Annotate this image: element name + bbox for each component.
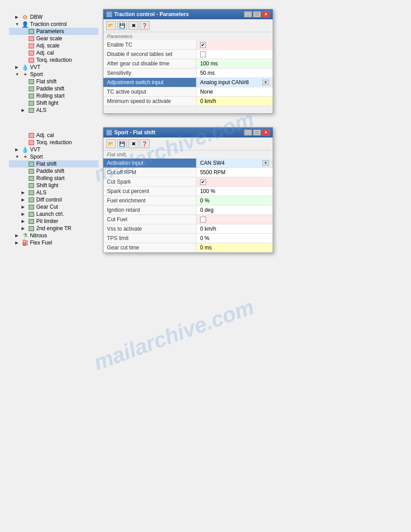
tree-item-sport[interactable]: ▼ ✦ Sport (9, 71, 98, 78)
tree-item-gear-cut[interactable]: ▶ Gear Cut (9, 203, 98, 210)
tree-item-flat-shift2[interactable]: Flat shift (9, 160, 98, 167)
param-value-activation-input[interactable]: CAN SW4 ▼ (197, 159, 273, 167)
param-label-disable-second: Disable if second tables set (103, 50, 197, 59)
tree-item-traction-control[interactable]: ▼ 👤 Traction control (9, 21, 98, 28)
tree-arrow-ps2 (21, 169, 28, 173)
param-value-cut-spark[interactable]: ✔ (197, 177, 273, 186)
doc-green-icon-ps (28, 86, 35, 92)
dialog-2-titlebar: Sport - Flat shift _ □ ✕ (103, 128, 273, 137)
tree-item-sport2[interactable]: ▼ ✦ Sport (9, 153, 98, 160)
tree-item-adj-cal2[interactable]: Adj. cal (9, 132, 98, 139)
dialog-2-close-btn[interactable]: ✕ (262, 129, 270, 136)
param-value-cut-fuel[interactable] (197, 215, 273, 224)
checkbox-disable-second[interactable] (200, 51, 206, 57)
param-value-disable-second[interactable] (197, 50, 273, 59)
tree-item-torq-reduction2[interactable]: Torq. reduction (9, 139, 98, 146)
toolbar-save-btn-2[interactable]: 💾 (117, 139, 127, 148)
param-label-adj-switch: Adjustment switch input (103, 78, 197, 87)
checkbox-cut-spark[interactable]: ✔ (200, 179, 206, 185)
doc-green-icon-sl (28, 100, 35, 106)
dialog-2-minimize-btn[interactable]: _ (244, 129, 252, 136)
dialog-1-title-left: Traction control - Parameters (106, 11, 189, 17)
param-row-disable-second: Disable if second tables set (103, 50, 273, 59)
tree-label-adj-cal2: Adj. cal (36, 132, 54, 138)
tree-item-rolling-start[interactable]: Rolling start (9, 92, 98, 99)
tree-item-paddle-shift2[interactable]: Paddle shift (9, 167, 98, 175)
tree-item-adj-cal[interactable]: Adj. cal (9, 49, 98, 56)
adj-switch-dropdown[interactable]: Analog input CAN#8 ▼ (200, 79, 269, 86)
tree-label-adj-cal: Adj. cal (36, 50, 54, 56)
tree-arrow-sport2: ▼ (15, 154, 21, 159)
tree-item-adj-scale[interactable]: Adj. scale (9, 42, 98, 49)
toolbar-open-btn-1[interactable]: 📂 (106, 21, 116, 30)
tree-item-shift-light[interactable]: Shift light (9, 99, 98, 107)
checkbox-cut-fuel[interactable] (200, 217, 206, 223)
doc-green-icon-gc (28, 204, 35, 210)
param-value-cut-off-rpm: 5500 RPM (197, 168, 273, 177)
tree-item-torq-reduction[interactable]: Torq. reduction (9, 56, 98, 64)
tree-item-dbw[interactable]: ▶ ⚙ DBW (9, 13, 98, 21)
tree-item-nitrous[interactable]: ▶ ⚗ Nitrous (9, 232, 98, 239)
param-value-sensitivity: 50 ms (197, 69, 273, 77)
toolbar-close-btn-1[interactable]: ✖ (128, 21, 138, 30)
sport-icon: ✦ (21, 71, 29, 77)
tree-item-gear-scale[interactable]: Gear scale (9, 35, 98, 42)
tree-arrow-lc: ▶ (21, 212, 28, 216)
tree-item-shift-light2[interactable]: Shift light (9, 182, 98, 189)
dialog-2-maximize-btn[interactable]: □ (253, 129, 261, 136)
tree-arrow-gs (21, 36, 28, 41)
tree-item-paddle-shift[interactable]: Paddle shift (9, 85, 98, 92)
param-row-cut-off-rpm: Cut off RPM 5500 RPM (103, 168, 273, 177)
tree-item-rolling-start2[interactable]: Rolling start (9, 175, 98, 182)
tree-arrow-pl: ▶ (21, 219, 28, 223)
activation-input-dropdown-arrow[interactable]: ▼ (262, 160, 269, 166)
tree-item-flex-fuel[interactable]: ▶ ⛽ Flex Fuel (9, 239, 98, 246)
tree-item-als2[interactable]: ▶ ALS (9, 189, 98, 196)
tree-arrow-vvt: ▶ (15, 65, 21, 69)
tree-item-parameters[interactable]: Parameters (9, 28, 98, 35)
tree-item-2nd-engine-tr[interactable]: ▶ 2nd engine TR (9, 225, 98, 232)
tree-arrow-tc: ▼ (15, 22, 21, 26)
tree-label-shift-light: Shift light (36, 100, 58, 106)
param-label-tc-output: TC active output (103, 87, 197, 96)
tree-arrow-ac2 (21, 133, 28, 137)
tree-item-diff-control[interactable]: ▶ Diff control (9, 196, 98, 203)
toolbar-help-btn-2[interactable]: ❓ (140, 139, 150, 148)
tree-item-flat-shift[interactable]: Flat shift (9, 78, 98, 85)
tree-item-launch-ctrl[interactable]: ▶ Launch ctrl. (9, 210, 98, 218)
tree-item-vvt2[interactable]: ▶ 💧 VVT (9, 146, 98, 153)
tree-item-als[interactable]: ▶ ALS (9, 107, 98, 114)
param-value-enable-tc[interactable]: ✔ (197, 40, 273, 49)
param-value-tc-output: None (197, 87, 273, 96)
tree-label-vvt: VVT (30, 64, 40, 70)
toolbar-open-btn-2[interactable]: 📂 (106, 139, 116, 148)
param-value-adj-switch[interactable]: Analog input CAN#8 ▼ (197, 78, 273, 87)
param-row-tps-limit: TPS limit 0 % (103, 234, 273, 243)
tree-panel-2: Adj. cal Torq. reduction ▶ 💧 VVT ▼ ✦ Spo… (9, 127, 98, 253)
dialog-1-close-btn[interactable]: ✕ (262, 11, 270, 17)
param-label-gear-cut-time: After gear cut disable time (103, 59, 197, 68)
toolbar-help-btn-1[interactable]: ❓ (140, 21, 150, 30)
param-row-vss: Vss to activate 0 km/h (103, 224, 273, 234)
tree-arrow-tr (21, 58, 28, 62)
tree-item-pit-limiter[interactable]: ▶ Pit limiter (9, 218, 98, 225)
param-value-ignition-retard: 0 deg (197, 206, 273, 215)
param-value-gear-cut-time: 100 ms (197, 59, 273, 68)
param-value-gear-cut-time2: 0 ms (197, 243, 273, 252)
adj-switch-dropdown-arrow[interactable]: ▼ (262, 80, 269, 85)
tree-item-vvt[interactable]: ▶ 💧 VVT (9, 64, 98, 71)
param-value-spark-cut-percent: 100 % (197, 187, 273, 196)
activation-input-dropdown[interactable]: CAN SW4 ▼ (200, 160, 269, 166)
doc-green-icon-fs (28, 78, 35, 85)
doc-green-icon-sl2 (28, 182, 35, 189)
param-row-enable-tc: Enable TC ✔ (103, 40, 273, 50)
doc-green-icon-als2 (28, 189, 35, 196)
param-value-vss: 0 km/h (197, 224, 273, 233)
dialog-1-maximize-btn[interactable]: □ (253, 11, 261, 17)
dialog-1-minimize-btn[interactable]: _ (244, 11, 252, 17)
checkbox-enable-tc[interactable]: ✔ (200, 42, 206, 48)
toolbar-close-btn-2[interactable]: ✖ (128, 139, 138, 148)
tree-arrow-dbw: ▶ (15, 15, 21, 19)
dialog-2-title-left: Sport - Flat shift (106, 129, 155, 136)
toolbar-save-btn-1[interactable]: 💾 (117, 21, 127, 30)
